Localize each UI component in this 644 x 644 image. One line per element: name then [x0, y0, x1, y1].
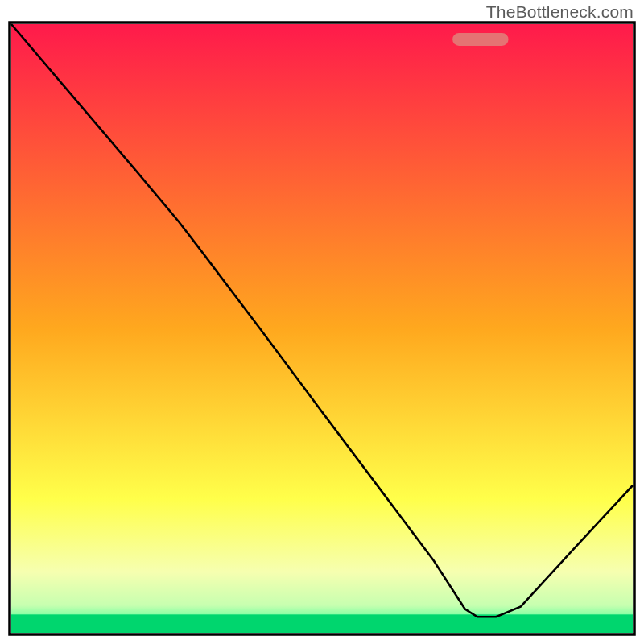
bottleneck-chart — [0, 0, 644, 644]
bottom-green-band — [11, 614, 633, 633]
highlight-marker — [452, 33, 508, 46]
watermark-text: TheBottleneck.com — [486, 2, 634, 22]
gradient-background — [11, 24, 633, 633]
